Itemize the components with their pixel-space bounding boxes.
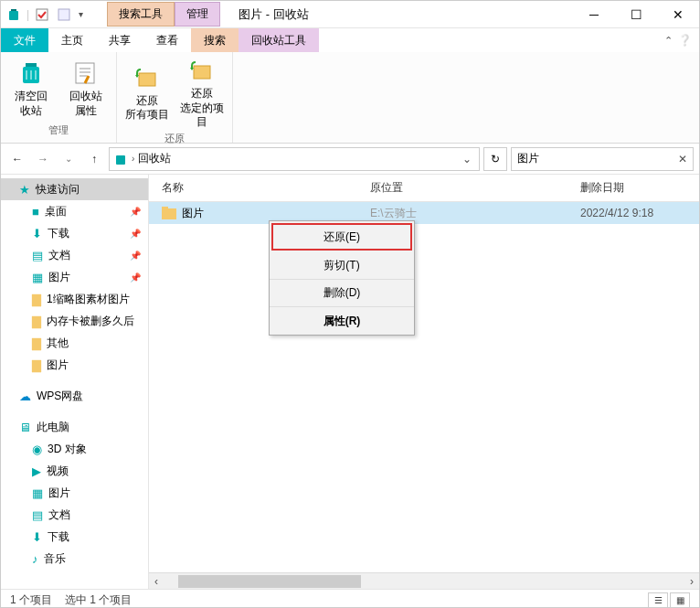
- sidebar-documents-pc[interactable]: ▤文档: [1, 504, 148, 526]
- back-button[interactable]: ←: [6, 148, 28, 170]
- address-text[interactable]: 回收站: [138, 151, 171, 166]
- minimize-button[interactable]: ─: [573, 1, 615, 28]
- tab-search-tools[interactable]: 搜索工具: [107, 2, 175, 27]
- file-list[interactable]: 图片 E:\云骑士 2022/4/12 9:18: [149, 202, 699, 572]
- path-separator-icon[interactable]: ›: [132, 154, 134, 164]
- address-dropdown-icon[interactable]: ⌄: [459, 153, 475, 165]
- properties-icon: [71, 59, 101, 88]
- qat-blank-icon[interactable]: [55, 5, 73, 24]
- quick-access-toolbar: | ▾: [1, 5, 89, 24]
- ribbon-group-restore: 还原 所有项目 还原 选定的项目 还原: [117, 52, 233, 143]
- qat-dropdown-icon[interactable]: ▾: [77, 9, 85, 19]
- status-item-count: 1 个项目: [10, 592, 52, 608]
- svg-rect-11: [162, 207, 168, 210]
- pin-icon: 📌: [130, 272, 141, 283]
- status-selected-count: 选中 1 个项目: [65, 592, 132, 608]
- address-bar[interactable]: › 回收站 ⌄: [109, 147, 480, 171]
- close-button[interactable]: ✕: [657, 1, 699, 28]
- view-icons-button[interactable]: ▦: [670, 592, 690, 609]
- maximize-button[interactable]: ☐: [615, 1, 657, 28]
- column-name[interactable]: 名称: [162, 180, 370, 196]
- column-original-location[interactable]: 原位置: [370, 180, 580, 196]
- sidebar-this-pc[interactable]: 🖥此电脑: [1, 416, 148, 438]
- tab-file[interactable]: 文件: [1, 28, 48, 52]
- search-clear-icon[interactable]: ✕: [678, 153, 687, 165]
- window-controls: ─ ☐ ✕: [573, 1, 699, 28]
- sidebar-downloads[interactable]: ⬇下载📌: [1, 222, 148, 244]
- qat-separator: |: [27, 8, 29, 21]
- list-item[interactable]: 图片 E:\云骑士 2022/4/12 9:18: [149, 202, 699, 224]
- view-details-button[interactable]: ☰: [648, 592, 668, 609]
- restore-selected-icon: [187, 56, 217, 85]
- svg-rect-1: [11, 9, 16, 11]
- sidebar-folder-other[interactable]: ▇其他: [1, 332, 148, 354]
- scroll-left-icon[interactable]: ‹: [149, 575, 164, 588]
- sidebar-folder-pics2[interactable]: ▇图片: [1, 354, 148, 376]
- sidebar-documents[interactable]: ▤文档📌: [1, 244, 148, 266]
- properties-checkbox-icon[interactable]: [33, 5, 51, 24]
- recycle-bin-icon[interactable]: [5, 5, 23, 24]
- svg-rect-8: [194, 66, 210, 79]
- sidebar-3d-objects[interactable]: ◉3D 对象: [1, 438, 148, 460]
- sidebar-folder-thumbnails[interactable]: ▇1缩略图素材图片: [1, 288, 148, 310]
- context-cut[interactable]: 剪切(T): [270, 252, 414, 280]
- search-box[interactable]: 图片 ✕: [511, 147, 694, 171]
- help-icon[interactable]: ❔: [678, 34, 692, 47]
- pin-icon: 📌: [130, 207, 141, 217]
- empty-bin-icon: [16, 59, 46, 88]
- restore-all-button[interactable]: 还原 所有项目: [124, 56, 170, 130]
- context-menu: 还原(E) 剪切(T) 删除(D) 属性(R): [269, 220, 415, 336]
- ribbon-collapse-icon[interactable]: ⌃: [664, 35, 673, 47]
- recycle-bin-properties-button[interactable]: 回收站 属性: [63, 56, 109, 122]
- folder-icon: [162, 207, 176, 219]
- search-text: 图片: [517, 151, 539, 166]
- svg-rect-5: [26, 63, 37, 67]
- pin-icon: 📌: [130, 229, 141, 239]
- scroll-thumb[interactable]: [178, 575, 361, 588]
- horizontal-scrollbar[interactable]: ‹ ›: [149, 572, 699, 589]
- context-properties[interactable]: 属性(R): [270, 307, 414, 335]
- tab-view[interactable]: 查看: [143, 28, 191, 52]
- sidebar-videos[interactable]: ▶视频: [1, 460, 148, 482]
- tab-home[interactable]: 主页: [48, 28, 96, 52]
- restore-all-icon: [133, 63, 162, 92]
- tab-manage[interactable]: 管理: [175, 2, 220, 27]
- scroll-right-icon[interactable]: ›: [684, 575, 699, 588]
- content-pane: 名称 原位置 删除日期 图片 E:\云骑士 2022/4/12 9:18 ‹ ›: [149, 175, 699, 589]
- pin-icon: 📌: [130, 251, 141, 261]
- ribbon-group-manage: 清空回 收站 回收站 属性 管理: [1, 52, 117, 143]
- menu-tabs: 文件 主页 共享 查看 搜索 回收站工具 ⌃ ❔: [1, 28, 699, 52]
- sidebar-folder-memcard[interactable]: ▇内存卡被删多久后: [1, 310, 148, 332]
- sidebar-desktop[interactable]: ■桌面📌: [1, 200, 148, 222]
- item-name: 图片: [182, 206, 204, 221]
- svg-rect-0: [9, 11, 18, 20]
- sidebar-quick-access[interactable]: ★快速访问: [1, 178, 148, 200]
- up-button[interactable]: ↑: [83, 148, 105, 170]
- recent-dropdown[interactable]: ⌄: [58, 148, 80, 170]
- column-delete-date[interactable]: 删除日期: [580, 180, 699, 196]
- tab-recycle-tools[interactable]: 回收站工具: [239, 28, 319, 52]
- sidebar-wps[interactable]: ☁WPS网盘: [1, 385, 148, 407]
- restore-selected-button[interactable]: 还原 选定的项目: [179, 56, 225, 130]
- window-title: 图片 - 回收站: [239, 6, 309, 23]
- column-headers: 名称 原位置 删除日期: [149, 175, 699, 202]
- context-delete[interactable]: 删除(D): [270, 280, 414, 307]
- refresh-button[interactable]: ↻: [483, 147, 507, 171]
- sidebar-pictures[interactable]: ▦图片📌: [1, 266, 148, 288]
- tab-share[interactable]: 共享: [96, 28, 143, 52]
- svg-rect-9: [116, 155, 125, 165]
- titlebar: | ▾ 搜索工具 管理 图片 - 回收站 ─ ☐ ✕: [1, 1, 699, 28]
- tab-search[interactable]: 搜索: [191, 28, 239, 52]
- navigation-pane: ★快速访问 ■桌面📌 ⬇下载📌 ▤文档📌 ▦图片📌 ▇1缩略图素材图片 ▇内存卡…: [1, 175, 149, 589]
- svg-rect-7: [139, 73, 155, 86]
- sidebar-pictures-pc[interactable]: ▦图片: [1, 482, 148, 504]
- navigation-bar: ← → ⌄ ↑ › 回收站 ⌄ ↻ 图片 ✕: [1, 144, 699, 175]
- svg-rect-3: [58, 9, 69, 20]
- context-restore[interactable]: 还原(E): [271, 223, 412, 251]
- status-bar: 1 个项目 选中 1 个项目 ☰ ▦: [1, 589, 699, 608]
- empty-recycle-bin-button[interactable]: 清空回 收站: [8, 56, 54, 122]
- ribbon: 清空回 收站 回收站 属性 管理 还原 所有项目 还原: [1, 52, 699, 144]
- sidebar-downloads-pc[interactable]: ⬇下载: [1, 526, 148, 548]
- sidebar-music[interactable]: ♪音乐: [1, 548, 148, 570]
- forward-button[interactable]: →: [32, 148, 54, 170]
